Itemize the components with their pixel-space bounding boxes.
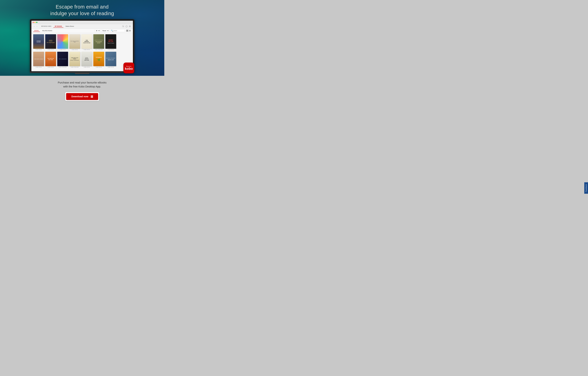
related-reads-tab[interactable]: RELATED READS: [41, 30, 53, 32]
list-view-button[interactable]: [129, 30, 131, 32]
windows-icon: [91, 95, 93, 98]
book-label: KOBO EPUB: [84, 49, 90, 50]
search-icon: 🔍: [111, 30, 113, 32]
laptop-screen-inner: ‹ › BROWSE KOBO MY BOOKS Station Eleven …: [32, 21, 133, 71]
nav-icons: ↻ ◯ ⚙: [122, 25, 131, 28]
sort-select[interactable]: Recent: [101, 29, 109, 32]
book-label: KOBO PREVIEW: [59, 67, 67, 68]
book-label: KOBO EPUB: [84, 67, 90, 68]
list-item[interactable]: KOBO PLUS: [57, 34, 68, 50]
download-button-label: Download now: [71, 95, 88, 98]
bottom-section: Purchase and read your favourite eBooks …: [0, 76, 164, 107]
settings-icon[interactable]: ⚙: [129, 25, 131, 28]
book-label: KOBO EPUB: [36, 67, 42, 68]
list-item[interactable]: COCK-ROACHRAW HAGE KOBO EPUB: [81, 52, 92, 68]
book-label: KOBO EPUB: [48, 67, 54, 68]
book-label: KOBO EPUB: [108, 49, 114, 50]
book-cover-luminaries[interactable]: THE LUMINARIES: [57, 52, 68, 66]
book-label: KOBO PREVIEW: [71, 67, 79, 68]
svg-rect-3: [127, 31, 128, 31]
list-item[interactable]: smitten kitchen cookbook KOBO EPUB: [33, 52, 44, 68]
svg-rect-7: [91, 95, 92, 96]
book-cover-cockroach[interactable]: COCK-ROACHRAW HAGE: [81, 52, 92, 66]
svg-rect-8: [92, 95, 93, 96]
book-label: KOBO EPUB: [48, 49, 54, 50]
sync-icon[interactable]: ↻: [122, 25, 124, 28]
nav-arrows: ‹ ›: [33, 25, 38, 27]
list-item[interactable]: Contagious 🌿 KOBO EPUB: [93, 52, 104, 68]
book-cover-sun-rises[interactable]: THE SUN ALSO RISES ERNEST HEMINGWAY: [69, 52, 80, 66]
search-input[interactable]: [113, 30, 124, 31]
books-tab[interactable]: BOOKS: [33, 30, 40, 32]
book-cover-northern[interactable]: Once Upon a Northern Night: [69, 34, 80, 49]
filter-select[interactable]: All: [95, 29, 100, 32]
hero-section: Escape from email and indulge your love …: [0, 0, 164, 76]
book-cover-contagious[interactable]: Contagious 🌿: [93, 52, 104, 66]
svg-rect-10: [92, 97, 93, 98]
grid-view-button[interactable]: [126, 30, 128, 32]
app-nav: ‹ › BROWSE KOBO MY BOOKS Station Eleven …: [32, 24, 133, 29]
book-cover-colorful[interactable]: [57, 34, 68, 49]
tab-my-books[interactable]: MY BOOKS: [53, 25, 63, 28]
book-label: KOBO PLUS: [60, 49, 66, 50]
page-wrapper: Escape from email and indulge your love …: [0, 0, 164, 107]
nav-tabs: BROWSE KOBO MY BOOKS Station Eleven: [40, 25, 122, 28]
book-row-2: smitten kitchen cookbook KOBO EPUB THE M…: [33, 52, 131, 68]
traffic-light-yellow[interactable]: [34, 22, 36, 23]
laptop-stand: [75, 73, 89, 74]
app-toolbar: BOOKS RELATED READS All Recent 🔍: [32, 29, 133, 33]
list-item[interactable]: KAZUO ISHIGURO THE BURIED GIANT KOBO PRE…: [93, 34, 104, 50]
tab-current-book[interactable]: Station Eleven: [64, 25, 75, 28]
book-label: KOBO EPUB: [108, 67, 114, 68]
hero-content: Escape from email and indulge your love …: [0, 0, 164, 74]
svg-rect-0: [126, 30, 127, 31]
laptop-base: [30, 72, 135, 73]
laptop-screen-outer: ‹ › BROWSE KOBO MY BOOKS Station Eleven …: [30, 19, 135, 72]
book-row-1: STATIONELEVEN KOBO EPUB KRISTINHANNAHThe…: [33, 34, 131, 50]
svg-rect-6: [129, 31, 131, 31]
book-cover-sweetland[interactable]: MICHAEL CRUMMEY Sweet Land: [105, 52, 116, 66]
account-icon[interactable]: ◯: [125, 25, 128, 28]
list-item[interactable]: THEORENDAJOSEPH BOYDEN KOBO EPUB: [81, 34, 92, 50]
search-box[interactable]: 🔍: [110, 29, 125, 32]
nav-forward-button[interactable]: ›: [36, 25, 38, 27]
list-item[interactable]: THE LUMINARIES KOBO PREVIEW: [57, 52, 68, 68]
svg-rect-1: [127, 30, 128, 31]
view-buttons: [126, 30, 131, 32]
list-item[interactable]: MICHAEL CRUMMEY Sweet Land KOBO EPUB: [105, 52, 116, 68]
nav-back-button[interactable]: ‹: [33, 25, 35, 27]
svg-rect-5: [129, 31, 131, 31]
list-item[interactable]: STATIONELEVEN KOBO EPUB: [33, 34, 44, 50]
traffic-light-red[interactable]: [32, 22, 34, 23]
list-item[interactable]: Once Upon a Northern Night KOBO EPUB: [69, 34, 80, 50]
book-label: KOBO EPUB: [96, 67, 102, 68]
book-cover-orenda[interactable]: THEORENDAJOSEPH BOYDEN: [81, 34, 92, 49]
book-label: KOBO PREVIEW: [95, 49, 103, 50]
book-cover-station-eleven[interactable]: STATIONELEVEN: [33, 34, 44, 49]
laptop-mockup: ‹ › BROWSE KOBO MY BOOKS Station Eleven …: [30, 19, 135, 74]
hero-title: Escape from email and indulge your love …: [50, 4, 114, 17]
tagline: Purchase and read your favourite eBooks …: [58, 81, 106, 89]
kobo-name-text: kobo: [125, 67, 133, 70]
book-grid: STATIONELEVEN KOBO EPUB KRISTINHANNAHThe…: [32, 33, 133, 71]
list-item[interactable]: KRISTINHANNAHThe Nightingale KOBO EPUB: [45, 34, 56, 50]
list-item[interactable]: THE SUN ALSO RISES ERNEST HEMINGWAY KOBO…: [69, 52, 80, 68]
kobo-logo: Rakuten kobo: [123, 63, 134, 73]
download-button-wrapper: Download now: [65, 92, 99, 101]
book-cover-buried-giant[interactable]: KAZUO ISHIGURO THE BURIED GIANT: [93, 34, 104, 49]
book-cover-smitten[interactable]: smitten kitchen cookbook: [33, 52, 44, 66]
traffic-lights: [32, 22, 37, 23]
book-cover-martian[interactable]: THE MARTIANANDY WEIR: [45, 52, 56, 66]
book-cover-nightingale[interactable]: KRISTINHANNAHThe Nightingale: [45, 34, 56, 49]
download-now-button[interactable]: Download now: [66, 93, 98, 100]
svg-rect-9: [91, 97, 92, 98]
tab-browse-kobo[interactable]: BROWSE KOBO: [40, 25, 53, 28]
app-titlebar: [32, 21, 133, 24]
book-cover-miller[interactable]: HENRY MILLER Tropic of Cancer: [105, 34, 116, 49]
book-label: KOBO EPUB: [36, 49, 42, 50]
book-label: KOBO EPUB: [72, 49, 78, 50]
list-item[interactable]: HENRY MILLER Tropic of Cancer KOBO EPUB: [105, 34, 116, 50]
list-item[interactable]: THE MARTIANANDY WEIR KOBO EPUB: [45, 52, 56, 68]
svg-rect-4: [129, 30, 131, 30]
traffic-light-green[interactable]: [36, 22, 37, 23]
